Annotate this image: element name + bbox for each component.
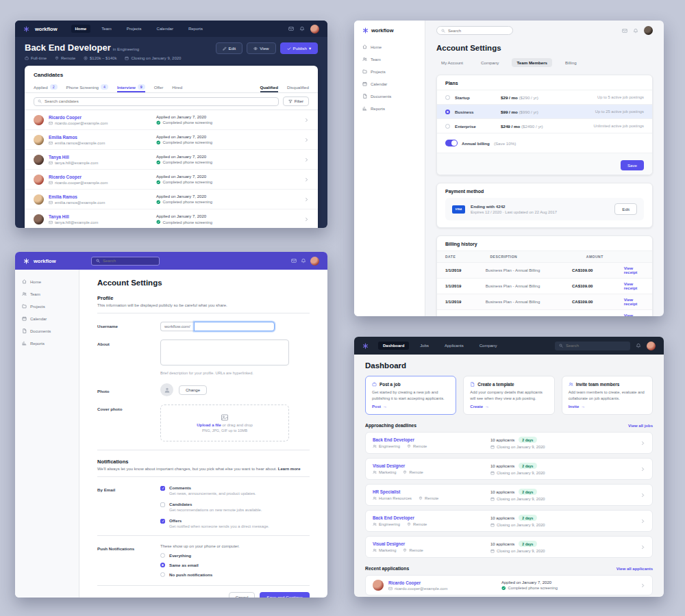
sidebar-item-home[interactable]: Home <box>362 44 416 49</box>
upload-file-link[interactable]: Upload a file <box>197 423 221 427</box>
publish-button[interactable]: Publish▾ <box>280 42 318 54</box>
mail-icon[interactable] <box>288 26 294 31</box>
sidebar-item-calendar[interactable]: Calendar <box>22 316 72 321</box>
view-button[interactable]: View <box>247 42 275 54</box>
sidebar-item-projects[interactable]: Projects <box>362 69 416 74</box>
candidate-name[interactable]: Tanya Hill <box>49 214 151 219</box>
applicant-name[interactable]: Ricardo Cooper <box>388 580 497 585</box>
nav-home[interactable]: Home <box>71 25 91 33</box>
candidate-row[interactable]: Tanya Hill tanya.hill@example.com Applie… <box>25 150 318 170</box>
plan-row-startup[interactable]: Startup $29 / mo ($290 / yr) Up to 5 act… <box>437 90 652 104</box>
candidate-row[interactable]: Emilia Ramos emilia.ramos@example.com Ap… <box>25 190 318 209</box>
candidate-name[interactable]: Emilia Ramos <box>49 194 151 199</box>
job-row[interactable]: Visual Designer MarketingRemote 10 appli… <box>365 536 653 558</box>
bell-icon[interactable] <box>301 258 306 264</box>
radio-enterprise[interactable] <box>445 124 450 129</box>
sidebar-item-team[interactable]: Team <box>22 292 72 296</box>
everything-radio[interactable] <box>160 553 165 558</box>
create-template-card[interactable]: Create a template Add your company detai… <box>463 376 554 415</box>
same-as-email-radio[interactable] <box>160 563 165 567</box>
candidate-row[interactable]: Tanya Hill tanya.hill@example.com Applie… <box>25 209 318 228</box>
search-input[interactable] <box>448 29 508 33</box>
tab-billing[interactable]: Billing <box>560 58 582 67</box>
post-link[interactable]: Post→ <box>372 405 449 409</box>
plan-row-enterprise[interactable]: Enterprise $249 / mo ($2490 / yr) Unlimi… <box>437 118 652 133</box>
nav-calendar[interactable]: Calendar <box>153 25 177 33</box>
mail-icon[interactable] <box>291 258 297 264</box>
avatar[interactable] <box>644 26 653 35</box>
view-receipt-link[interactable]: View receipt <box>624 298 644 306</box>
sidebar-item-documents[interactable]: Documents <box>22 329 72 333</box>
learn-more-link[interactable]: Learn more <box>278 467 301 471</box>
avatar[interactable] <box>310 257 319 266</box>
job-row[interactable]: Visual Designer MarketingRemote 10 appli… <box>365 458 653 480</box>
change-photo-button[interactable]: Change <box>179 385 207 395</box>
nav-dashboard[interactable]: Dashboard <box>378 342 409 350</box>
edit-button[interactable]: Edit <box>216 42 243 54</box>
sidebar-item-projects[interactable]: Projects <box>22 304 72 309</box>
cancel-button[interactable]: Cancel <box>229 592 256 598</box>
nav-projects[interactable]: Projects <box>123 25 146 33</box>
view-receipt-link[interactable]: View receipt <box>624 282 644 290</box>
cover-photo-dropzone[interactable]: Upload a file or drag and drop PNG, JPG,… <box>160 405 289 441</box>
sidebar-item-documents[interactable]: Documents <box>362 94 416 99</box>
sidebar-item-reports[interactable]: Reports <box>22 341 72 346</box>
save-and-continue-button[interactable]: Save and Continue <box>260 592 310 598</box>
candidates-checkbox[interactable] <box>160 502 165 507</box>
annual-billing-toggle[interactable] <box>445 140 458 146</box>
application-row[interactable]: Ricardo Cooper ricardo.cooper@example.co… <box>365 575 653 595</box>
bell-icon[interactable] <box>299 26 305 31</box>
radio-business[interactable] <box>445 110 450 114</box>
about-textarea[interactable] <box>160 339 289 365</box>
no-push-radio[interactable] <box>160 572 165 577</box>
bell-icon[interactable] <box>636 343 641 348</box>
offers-checkbox[interactable] <box>160 519 165 524</box>
sidebar-item-team[interactable]: Team <box>362 57 416 62</box>
username-input[interactable] <box>194 322 275 331</box>
tab-hired[interactable]: Hired <box>172 81 182 92</box>
tab-applied[interactable]: Applied2 <box>34 81 58 92</box>
candidate-row[interactable]: Ricardo Cooper ricardo.cooper@example.co… <box>25 110 318 130</box>
sidebar-item-home[interactable]: Home <box>22 279 72 284</box>
save-button[interactable]: Save <box>621 160 644 170</box>
invite-team-card[interactable]: Invite team members Add team members to … <box>562 376 653 415</box>
candidate-name[interactable]: Tanya Hill <box>49 155 151 159</box>
search-input[interactable] <box>103 259 156 263</box>
nav-applicants[interactable]: Applicants <box>440 342 469 350</box>
job-row[interactable]: Back End Developer EngineeringRemote 10 … <box>365 432 653 454</box>
tab-qualified[interactable]: Qualified <box>260 81 278 92</box>
nav-reports[interactable]: Reports <box>184 25 207 33</box>
comments-checkbox[interactable] <box>160 486 165 491</box>
plan-row-business[interactable]: Business $99 / mo ($990 / yr) Up to 25 a… <box>437 104 652 118</box>
sidebar-item-calendar[interactable]: Calendar <box>362 81 416 86</box>
job-row[interactable]: Back End Developer EngineeringRemote 10 … <box>365 510 653 532</box>
tab-phone-screening[interactable]: Phone Screening4 <box>66 81 108 92</box>
candidate-name[interactable]: Ricardo Cooper <box>49 175 151 179</box>
candidate-row[interactable]: Ricardo Cooper ricardo.cooper@example.co… <box>25 170 318 190</box>
tab-disqualified[interactable]: Disqualified <box>287 85 309 90</box>
sidebar-item-reports[interactable]: Reports <box>362 106 416 111</box>
tab-offer[interactable]: Offer <box>154 81 164 92</box>
nav-company[interactable]: Company <box>475 342 502 350</box>
bell-icon[interactable] <box>633 28 638 34</box>
invite-link[interactable]: Invite→ <box>569 405 646 409</box>
candidate-name[interactable]: Emilia Ramos <box>49 135 151 140</box>
filter-button[interactable]: Filter <box>283 97 309 106</box>
nav-jobs[interactable]: Jobs <box>415 342 434 350</box>
job-row[interactable]: HR Specialist Human ResourcesRemote 10 a… <box>365 484 653 506</box>
tab-my-account[interactable]: My Account <box>436 58 468 67</box>
view-all-jobs-link[interactable]: View all jobs <box>628 424 653 428</box>
tab-interview[interactable]: Interview9 <box>117 81 145 92</box>
avatar[interactable] <box>647 342 656 350</box>
edit-payment-button[interactable]: Edit <box>614 203 637 215</box>
create-link[interactable]: Create→ <box>470 405 547 409</box>
mail-icon[interactable] <box>622 28 627 34</box>
candidate-search-input[interactable] <box>45 99 275 103</box>
avatar[interactable] <box>310 25 319 34</box>
search-input[interactable] <box>566 344 626 348</box>
tab-team-members[interactable]: Team Members <box>512 58 552 67</box>
view-receipt-link[interactable]: View receipt <box>624 266 644 274</box>
view-receipt-link[interactable]: View receipt <box>624 313 644 316</box>
post-a-job-card[interactable]: Post a job Get started by creating a new… <box>365 376 456 415</box>
view-all-applicants-link[interactable]: View all applicants <box>616 567 653 571</box>
